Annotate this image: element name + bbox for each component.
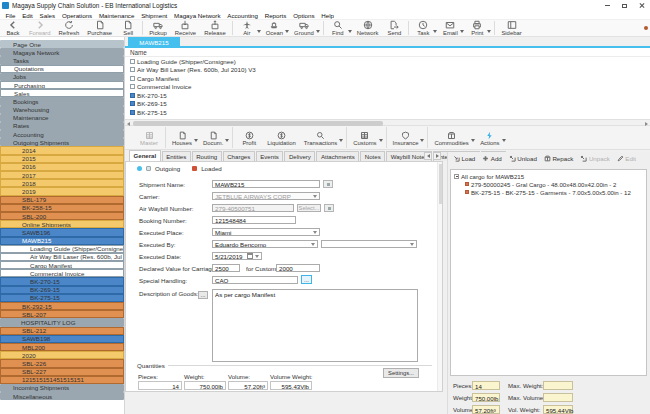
toolbar-button[interactable]: Ground [290, 19, 318, 38]
toolbar-button[interactable]: Sell [116, 19, 140, 38]
sidebar-item[interactable]: 2017 [0, 171, 124, 179]
toolbar-button[interactable]: Print [465, 19, 489, 38]
sidebar-item[interactable]: SBL-207 [0, 310, 124, 318]
cargo-tree-root[interactable]: All cargo for MAWB215 [454, 172, 646, 180]
chevron-down-icon[interactable] [379, 139, 383, 142]
sidebar-item[interactable]: Commercial Invoice [0, 269, 124, 277]
sidebar-item[interactable]: Page One [0, 40, 124, 48]
sidebar-item[interactable]: HOSPITALITY LOG [0, 318, 124, 326]
minimize-button[interactable] [599, 0, 616, 11]
tab-charges[interactable]: Charges [223, 151, 255, 161]
toolbar-button[interactable]: Find [326, 19, 350, 38]
executed-place-select[interactable]: Miami [212, 228, 320, 236]
declared-value-customs-input[interactable] [276, 264, 320, 272]
sidebar-item[interactable]: Sales [0, 89, 124, 97]
weight-value[interactable]: 750.00lb [472, 393, 500, 402]
toolbar-button[interactable]: Profit [235, 128, 263, 147]
list-item[interactable]: Air Way Bill Laser (Res. 600b, Jul 2010)… [125, 66, 650, 75]
sidebar-item[interactable]: BK-269-15 [0, 286, 124, 294]
toolbar-button[interactable]: Transactions [300, 128, 342, 147]
cargo-toolbar-button[interactable]: Load [453, 155, 475, 162]
sidebar-item[interactable]: 2014 [0, 146, 124, 154]
chevron-down-icon[interactable] [487, 30, 491, 33]
weight-value[interactable]: 750.00lb [184, 381, 226, 390]
toolbar-button[interactable]: Commodities [430, 128, 472, 147]
sidebar-item[interactable]: SBL-226 [0, 359, 124, 367]
sidebar-item[interactable]: Magaya Network [0, 48, 124, 56]
toolbar-button[interactable]: Pickup [145, 19, 171, 38]
sidebar-item[interactable]: Jobs [0, 73, 124, 81]
cargo-toolbar-button[interactable]: Repack [544, 155, 573, 162]
cargo-toolbar-button[interactable]: Unload [509, 155, 537, 162]
sidebar-item[interactable]: BK-258-15 [0, 204, 124, 212]
executed-by-secondary-select[interactable] [321, 240, 417, 248]
tab-scroll-left-button[interactable] [424, 152, 432, 160]
collapse-icon[interactable] [454, 174, 459, 179]
list-item[interactable]: BK-269-15 [125, 100, 650, 109]
pieces-value[interactable]: 14 [138, 381, 182, 390]
chevron-down-icon[interactable] [420, 139, 424, 142]
tab-events[interactable]: Events [256, 151, 284, 161]
sidebar-item[interactable]: 2019 [0, 187, 124, 195]
sidebar-item[interactable]: MBL200 [0, 343, 124, 351]
description-of-goods-textarea[interactable]: As per cargo Manifest [212, 289, 418, 362]
shipment-name-input[interactable] [212, 180, 320, 188]
toolbar-button[interactable]: Houses [168, 128, 196, 147]
form-vertical-scrollbar[interactable] [437, 162, 442, 391]
sidebar-item[interactable]: SAWB196 [0, 228, 124, 236]
sidebar-item[interactable]: BK-270-15 [0, 277, 124, 285]
max-weight-value[interactable] [543, 381, 573, 390]
tab-general[interactable]: General [129, 150, 161, 161]
tab-routing[interactable]: Routing [192, 151, 222, 161]
cargo-toolbar-button[interactable]: Edit [617, 155, 636, 162]
description-browse-button[interactable]: ... [198, 291, 208, 299]
sidebar-item[interactable]: Incoming Shipments [0, 384, 124, 392]
list-column-header-name[interactable]: Name [125, 48, 650, 57]
cargo-toolbar-button[interactable]: Unpack [580, 155, 609, 162]
sidebar-item[interactable]: SBL-200 [0, 212, 124, 220]
tab-notes[interactable]: Notes [360, 151, 385, 161]
sidebar-item[interactable]: Accounting [0, 130, 124, 138]
declared-value-carriage-input[interactable] [212, 264, 240, 272]
volume-value[interactable]: 57.20ft³ [472, 405, 500, 414]
sidebar-item[interactable]: SAWB198 [0, 335, 124, 343]
sidebar-item[interactable]: Purchasing [0, 81, 124, 89]
chevron-down-icon[interactable] [225, 139, 229, 142]
list-item[interactable]: BK-270-15 [125, 91, 650, 100]
booking-number-input[interactable] [212, 216, 296, 224]
sidebar-item[interactable]: Tasks [0, 56, 124, 64]
vol-weight-value[interactable]: 595.44Vlb [543, 405, 573, 414]
pieces-value[interactable]: 14 [472, 381, 500, 390]
chevron-down-icon[interactable] [433, 30, 437, 33]
air-waybill-extra-button[interactable] [324, 204, 334, 212]
list-item[interactable]: Commercial Invoice [125, 83, 650, 92]
toolbar-button[interactable]: Ocean [262, 19, 287, 38]
horizontal-scrollbar[interactable] [125, 119, 650, 126]
chevron-down-icon[interactable] [257, 30, 261, 33]
settings-button[interactable]: Settings... [383, 368, 419, 378]
toolbar-button[interactable]: Insurance [389, 128, 423, 147]
toolbar-button[interactable]: Liquidation [263, 128, 300, 147]
special-handling-browse-button[interactable]: ... [301, 275, 312, 284]
tab-scroll-right-button[interactable] [433, 152, 441, 160]
sidebar-item[interactable]: Quotations [0, 65, 124, 73]
toolbar-button[interactable]: Air [235, 19, 259, 38]
list-item[interactable]: BK-275-15 [125, 108, 650, 117]
tab-delivery[interactable]: Delivery [284, 151, 315, 161]
sidebar-item[interactable]: SBL-179 [0, 196, 124, 204]
chevron-down-icon[interactable] [194, 139, 198, 142]
tab-attachments[interactable]: Attachments [316, 151, 359, 161]
maximize-button[interactable] [616, 0, 633, 11]
toolbar-button[interactable]: Docum. [199, 128, 227, 147]
toolbar-button[interactable]: Receive [171, 19, 200, 38]
chevron-down-icon[interactable] [471, 139, 475, 142]
toolbar-button[interactable]: Email [438, 19, 462, 38]
sidebar-item[interactable]: 2018 [0, 179, 124, 187]
toolbar-button[interactable]: Forward [25, 19, 55, 38]
toolbar-button[interactable]: Release [200, 19, 230, 38]
sidebar-item[interactable]: 121515151451515151 [0, 376, 124, 384]
sidebar-item[interactable]: Online Shipments [0, 220, 124, 228]
toolbar-button[interactable]: Task [411, 19, 435, 38]
sidebar-item[interactable]: Cargo Manifest [0, 261, 124, 269]
scrollbar-thumb[interactable] [439, 164, 442, 204]
